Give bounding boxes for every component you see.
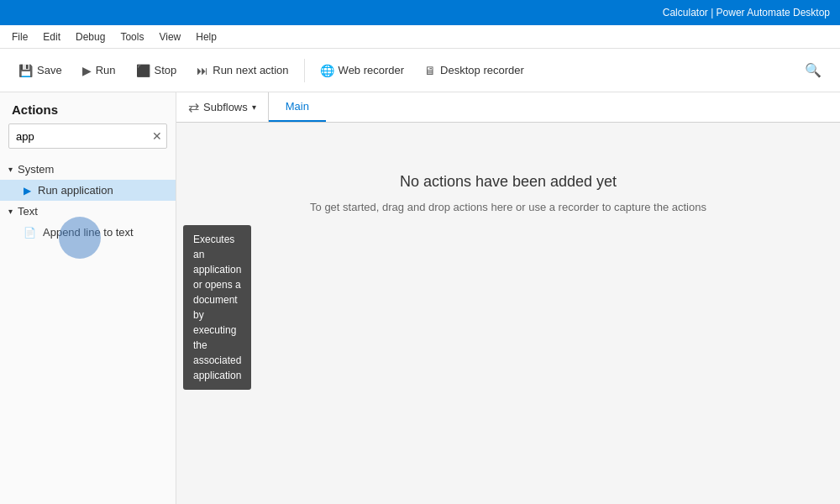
subflows-button[interactable]: ⇄ Subflows ▾: [176, 92, 269, 122]
actions-panel-title: Actions: [0, 92, 176, 123]
subflows-icon: ⇄: [188, 99, 199, 115]
actions-tree: ▾ System ▶ Run application ▾ Text 📄 Appe…: [0, 155, 176, 504]
menu-debug[interactable]: Debug: [69, 28, 112, 46]
toolbar-right: 🔍: [796, 57, 830, 83]
toolbar: 💾 Save ▶ Run ⬛ Stop ⏭ Run next action 🌐 …: [0, 49, 840, 92]
web-recorder-button[interactable]: 🌐 Web recorder: [312, 59, 413, 82]
run-next-icon: ⏭: [197, 64, 208, 77]
run-icon: ▶: [82, 64, 92, 77]
action-run-application[interactable]: ▶ Run application: [0, 180, 176, 201]
main-layout: Actions ✕ ▾ System ▶ Run application ▾ T…: [0, 92, 840, 504]
web-recorder-icon: 🌐: [320, 64, 334, 77]
stop-icon: ⬛: [136, 64, 150, 77]
tab-main[interactable]: Main: [269, 92, 326, 122]
menu-edit[interactable]: Edit: [36, 28, 67, 46]
chevron-down-icon-2: ▾: [8, 207, 13, 216]
desktop-recorder-button[interactable]: 🖥 Desktop recorder: [416, 59, 533, 82]
search-box-container: ✕: [0, 123, 176, 155]
menu-tools[interactable]: Tools: [113, 28, 150, 46]
save-icon: 💾: [18, 64, 33, 77]
menu-file[interactable]: File: [5, 28, 34, 46]
category-text[interactable]: ▾ Text: [0, 201, 176, 222]
toolbar-separator: [304, 59, 305, 82]
stop-button[interactable]: ⬛ Stop: [128, 59, 186, 82]
subflows-chevron-icon: ▾: [252, 102, 256, 112]
canvas-tabs: ⇄ Subflows ▾ Main: [176, 92, 840, 123]
menu-bar: File Edit Debug Tools View Help: [0, 25, 840, 49]
action-append-line-to-text[interactable]: 📄 Append line to text: [0, 222, 176, 243]
no-actions-title: No actions have been added yet: [400, 173, 617, 191]
desktop-recorder-icon: 🖥: [424, 64, 436, 77]
menu-view[interactable]: View: [152, 28, 187, 46]
canvas-panel: ⇄ Subflows ▾ Main No actions have been a…: [176, 92, 840, 504]
search-input[interactable]: [8, 123, 167, 149]
category-system[interactable]: ▾ System: [0, 159, 176, 180]
append-line-icon: 📄: [24, 227, 36, 239]
title-bar: Calculator | Power Automate Desktop: [0, 0, 840, 25]
save-button[interactable]: 💾 Save: [10, 59, 71, 82]
canvas-content: No actions have been added yet To get st…: [176, 123, 840, 504]
run-next-action-button[interactable]: ⏭ Run next action: [188, 59, 297, 82]
actions-panel: Actions ✕ ▾ System ▶ Run application ▾ T…: [0, 92, 176, 504]
clear-search-button[interactable]: ✕: [152, 128, 162, 144]
no-actions-description: To get started, drag and drop actions he…: [310, 201, 706, 213]
run-button[interactable]: ▶ Run: [74, 59, 124, 82]
app-title: Calculator | Power Automate Desktop: [663, 7, 830, 18]
menu-help[interactable]: Help: [189, 28, 223, 46]
run-app-icon: ▶: [24, 185, 31, 197]
chevron-down-icon: ▾: [8, 165, 13, 174]
toolbar-search-button[interactable]: 🔍: [796, 57, 830, 83]
